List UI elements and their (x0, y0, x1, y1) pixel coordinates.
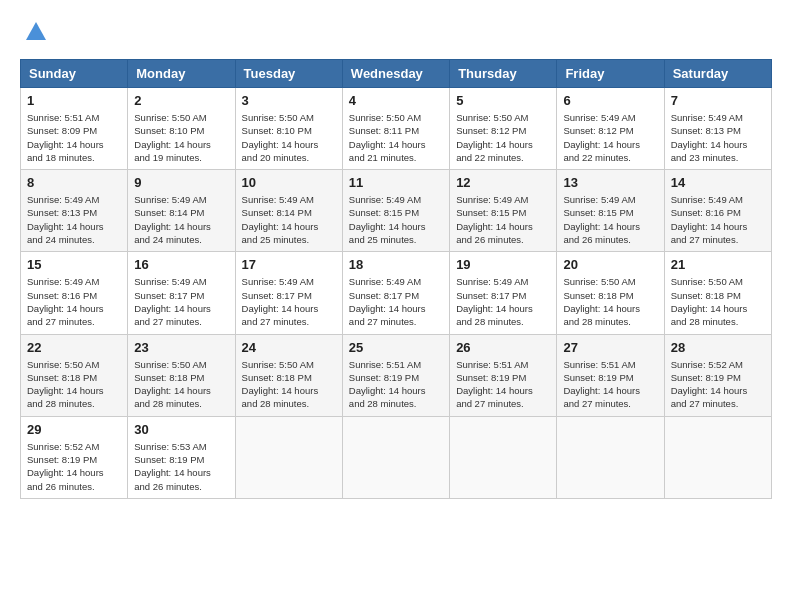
day-number: 24 (242, 340, 336, 355)
logo (20, 20, 48, 49)
day-info: Sunrise: 5:51 AM Sunset: 8:19 PM Dayligh… (563, 358, 657, 411)
day-number: 1 (27, 93, 121, 108)
calendar-header-friday: Friday (557, 60, 664, 88)
day-number: 3 (242, 93, 336, 108)
calendar-week-3: 15 Sunrise: 5:49 AM Sunset: 8:16 PM Dayl… (21, 252, 772, 334)
day-info: Sunrise: 5:50 AM Sunset: 8:18 PM Dayligh… (563, 275, 657, 328)
calendar-cell (235, 416, 342, 498)
day-info: Sunrise: 5:51 AM Sunset: 8:19 PM Dayligh… (349, 358, 443, 411)
calendar-week-4: 22 Sunrise: 5:50 AM Sunset: 8:18 PM Dayl… (21, 334, 772, 416)
day-number: 4 (349, 93, 443, 108)
day-number: 18 (349, 257, 443, 272)
day-info: Sunrise: 5:49 AM Sunset: 8:17 PM Dayligh… (242, 275, 336, 328)
day-info: Sunrise: 5:51 AM Sunset: 8:09 PM Dayligh… (27, 111, 121, 164)
page-header (20, 20, 772, 49)
day-number: 13 (563, 175, 657, 190)
calendar-week-1: 1 Sunrise: 5:51 AM Sunset: 8:09 PM Dayli… (21, 88, 772, 170)
calendar-cell: 22 Sunrise: 5:50 AM Sunset: 8:18 PM Dayl… (21, 334, 128, 416)
calendar-cell: 6 Sunrise: 5:49 AM Sunset: 8:12 PM Dayli… (557, 88, 664, 170)
day-number: 29 (27, 422, 121, 437)
day-number: 7 (671, 93, 765, 108)
day-info: Sunrise: 5:49 AM Sunset: 8:14 PM Dayligh… (242, 193, 336, 246)
day-number: 30 (134, 422, 228, 437)
day-info: Sunrise: 5:50 AM Sunset: 8:18 PM Dayligh… (27, 358, 121, 411)
day-number: 22 (27, 340, 121, 355)
day-number: 20 (563, 257, 657, 272)
calendar-week-5: 29 Sunrise: 5:52 AM Sunset: 8:19 PM Dayl… (21, 416, 772, 498)
day-info: Sunrise: 5:52 AM Sunset: 8:19 PM Dayligh… (27, 440, 121, 493)
day-info: Sunrise: 5:49 AM Sunset: 8:17 PM Dayligh… (134, 275, 228, 328)
day-info: Sunrise: 5:49 AM Sunset: 8:16 PM Dayligh… (27, 275, 121, 328)
day-info: Sunrise: 5:49 AM Sunset: 8:14 PM Dayligh… (134, 193, 228, 246)
calendar-cell: 24 Sunrise: 5:50 AM Sunset: 8:18 PM Dayl… (235, 334, 342, 416)
day-info: Sunrise: 5:49 AM Sunset: 8:12 PM Dayligh… (563, 111, 657, 164)
calendar-cell: 11 Sunrise: 5:49 AM Sunset: 8:15 PM Dayl… (342, 170, 449, 252)
day-number: 26 (456, 340, 550, 355)
day-number: 8 (27, 175, 121, 190)
day-info: Sunrise: 5:50 AM Sunset: 8:10 PM Dayligh… (242, 111, 336, 164)
calendar-cell: 17 Sunrise: 5:49 AM Sunset: 8:17 PM Dayl… (235, 252, 342, 334)
calendar-cell: 13 Sunrise: 5:49 AM Sunset: 8:15 PM Dayl… (557, 170, 664, 252)
calendar-cell: 4 Sunrise: 5:50 AM Sunset: 8:11 PM Dayli… (342, 88, 449, 170)
calendar-cell: 5 Sunrise: 5:50 AM Sunset: 8:12 PM Dayli… (450, 88, 557, 170)
calendar-header-sunday: Sunday (21, 60, 128, 88)
day-info: Sunrise: 5:50 AM Sunset: 8:12 PM Dayligh… (456, 111, 550, 164)
calendar-cell: 10 Sunrise: 5:49 AM Sunset: 8:14 PM Dayl… (235, 170, 342, 252)
calendar-cell: 8 Sunrise: 5:49 AM Sunset: 8:13 PM Dayli… (21, 170, 128, 252)
day-info: Sunrise: 5:49 AM Sunset: 8:13 PM Dayligh… (27, 193, 121, 246)
day-info: Sunrise: 5:50 AM Sunset: 8:10 PM Dayligh… (134, 111, 228, 164)
day-info: Sunrise: 5:49 AM Sunset: 8:13 PM Dayligh… (671, 111, 765, 164)
calendar-cell (342, 416, 449, 498)
calendar-cell: 29 Sunrise: 5:52 AM Sunset: 8:19 PM Dayl… (21, 416, 128, 498)
calendar-cell (664, 416, 771, 498)
day-number: 15 (27, 257, 121, 272)
day-number: 14 (671, 175, 765, 190)
calendar-header-tuesday: Tuesday (235, 60, 342, 88)
day-number: 19 (456, 257, 550, 272)
day-number: 12 (456, 175, 550, 190)
calendar-cell: 28 Sunrise: 5:52 AM Sunset: 8:19 PM Dayl… (664, 334, 771, 416)
calendar-cell: 15 Sunrise: 5:49 AM Sunset: 8:16 PM Dayl… (21, 252, 128, 334)
calendar-cell: 30 Sunrise: 5:53 AM Sunset: 8:19 PM Dayl… (128, 416, 235, 498)
day-info: Sunrise: 5:50 AM Sunset: 8:18 PM Dayligh… (242, 358, 336, 411)
calendar-table: SundayMondayTuesdayWednesdayThursdayFrid… (20, 59, 772, 499)
calendar-header-thursday: Thursday (450, 60, 557, 88)
calendar-header-saturday: Saturday (664, 60, 771, 88)
day-info: Sunrise: 5:53 AM Sunset: 8:19 PM Dayligh… (134, 440, 228, 493)
day-info: Sunrise: 5:49 AM Sunset: 8:15 PM Dayligh… (456, 193, 550, 246)
calendar-cell: 18 Sunrise: 5:49 AM Sunset: 8:17 PM Dayl… (342, 252, 449, 334)
day-info: Sunrise: 5:50 AM Sunset: 8:11 PM Dayligh… (349, 111, 443, 164)
calendar-header-monday: Monday (128, 60, 235, 88)
day-number: 6 (563, 93, 657, 108)
calendar-cell: 19 Sunrise: 5:49 AM Sunset: 8:17 PM Dayl… (450, 252, 557, 334)
day-info: Sunrise: 5:49 AM Sunset: 8:15 PM Dayligh… (349, 193, 443, 246)
day-number: 17 (242, 257, 336, 272)
day-info: Sunrise: 5:49 AM Sunset: 8:16 PM Dayligh… (671, 193, 765, 246)
day-number: 2 (134, 93, 228, 108)
day-info: Sunrise: 5:52 AM Sunset: 8:19 PM Dayligh… (671, 358, 765, 411)
calendar-cell: 20 Sunrise: 5:50 AM Sunset: 8:18 PM Dayl… (557, 252, 664, 334)
day-number: 23 (134, 340, 228, 355)
day-number: 11 (349, 175, 443, 190)
day-number: 28 (671, 340, 765, 355)
calendar-cell: 2 Sunrise: 5:50 AM Sunset: 8:10 PM Dayli… (128, 88, 235, 170)
calendar-cell: 7 Sunrise: 5:49 AM Sunset: 8:13 PM Dayli… (664, 88, 771, 170)
calendar-header-row: SundayMondayTuesdayWednesdayThursdayFrid… (21, 60, 772, 88)
logo-icon (24, 20, 48, 44)
day-number: 16 (134, 257, 228, 272)
day-info: Sunrise: 5:49 AM Sunset: 8:15 PM Dayligh… (563, 193, 657, 246)
day-number: 10 (242, 175, 336, 190)
calendar-cell (450, 416, 557, 498)
day-number: 27 (563, 340, 657, 355)
calendar-header-wednesday: Wednesday (342, 60, 449, 88)
calendar-cell: 14 Sunrise: 5:49 AM Sunset: 8:16 PM Dayl… (664, 170, 771, 252)
calendar-cell: 12 Sunrise: 5:49 AM Sunset: 8:15 PM Dayl… (450, 170, 557, 252)
day-info: Sunrise: 5:51 AM Sunset: 8:19 PM Dayligh… (456, 358, 550, 411)
day-info: Sunrise: 5:49 AM Sunset: 8:17 PM Dayligh… (349, 275, 443, 328)
calendar-cell: 21 Sunrise: 5:50 AM Sunset: 8:18 PM Dayl… (664, 252, 771, 334)
calendar-cell: 23 Sunrise: 5:50 AM Sunset: 8:18 PM Dayl… (128, 334, 235, 416)
calendar-cell: 25 Sunrise: 5:51 AM Sunset: 8:19 PM Dayl… (342, 334, 449, 416)
calendar-cell: 26 Sunrise: 5:51 AM Sunset: 8:19 PM Dayl… (450, 334, 557, 416)
calendar-cell: 16 Sunrise: 5:49 AM Sunset: 8:17 PM Dayl… (128, 252, 235, 334)
day-info: Sunrise: 5:49 AM Sunset: 8:17 PM Dayligh… (456, 275, 550, 328)
